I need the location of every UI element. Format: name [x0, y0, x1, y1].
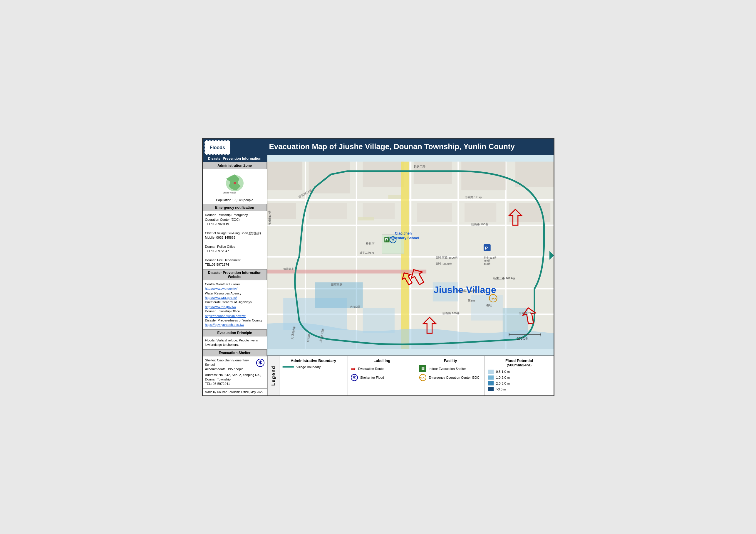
dpyl-link[interactable]: https://dpyl.yuntech.edu.tw/ [205, 323, 264, 327]
evacuation-principle-header: Evacuation Principle [203, 329, 267, 337]
floods-tab: Floods [204, 140, 230, 155]
flood-swatch-10 [488, 375, 494, 380]
flood-label-10: 1.0-2.0 m [496, 376, 509, 379]
svg-text:EOC: EOC [491, 297, 497, 300]
website-4: Dounan Township Officehttps://dounan.yun… [205, 309, 264, 318]
legend-label: Legend [267, 356, 279, 395]
svg-rect-20 [515, 162, 554, 187]
legend-eoc: EOC Emergency Operation Center, EOC [419, 374, 482, 381]
contact-4: Dounan Fire DepartmentTEL:05-5972374 [205, 258, 264, 267]
flood-swatch-20 [488, 381, 494, 386]
thb-link[interactable]: http://www.thb.gov.tw/ [205, 305, 264, 309]
village-boundary-line [283, 367, 294, 368]
eoc-icon: EOC [419, 374, 426, 381]
evac-shelter-label: Evacuation Shelter [219, 351, 250, 355]
emergency-label: Emergency notification [215, 206, 254, 210]
legend-village-boundary: Village Boundary [283, 365, 345, 369]
svg-text:新生 2800巷: 新生 2800巷 [436, 262, 452, 266]
website-label: Disaster Prevention Information Website [208, 271, 261, 279]
svg-text:新生三路 2029巷: 新生三路 2029巷 [493, 276, 515, 280]
svg-text:489巷: 489巷 [483, 260, 490, 263]
website-2: Water Resources Agencyhttp://www.wra.gov… [205, 291, 264, 300]
svg-text:443巷: 443巷 [483, 263, 490, 266]
svg-text:信義路 141巷: 信義路 141巷 [464, 195, 482, 199]
emergency-contacts-block: Dounan Township EmergencyOperation Cente… [203, 211, 267, 269]
svg-rect-24 [417, 203, 452, 222]
cwb-link[interactable]: http://www.cwb.gov.tw/ [205, 287, 264, 291]
svg-text:長安二路: 長安二路 [414, 165, 425, 168]
svg-rect-21 [267, 203, 296, 219]
sidebar: Disaster Prevention Information Administ… [203, 155, 267, 395]
websites-block: Central Weather Bureauhttp://www.cwb.gov… [203, 280, 267, 329]
wra-link[interactable]: http://www.wra.gov.tw/ [205, 295, 264, 300]
svg-rect-25 [464, 203, 496, 222]
sidebar-admin-zone-header: Administration Zone [203, 162, 267, 169]
admin-boundary-header: Administrative Boundary [283, 358, 345, 363]
website-header: Disaster Prevention Information Website [203, 269, 267, 280]
shelter-address: Address: No. 642, Sec. 2, Yanping Rd., D… [205, 373, 264, 382]
page-title: Evacuation Map of Jiushe Village, Dounan… [230, 139, 554, 155]
contact-3: Dounan Police OfficeTEL:05-5972047 [205, 244, 264, 254]
shelter-flood-label: Shelter for Flood [360, 376, 384, 379]
svg-rect-15 [267, 162, 302, 190]
svg-text:義社: 義社 [486, 304, 492, 307]
evac-principle-text: Floods: Vertical refuge. People live in … [205, 338, 264, 347]
evac-principle-label: Evacuation Principle [217, 331, 252, 335]
svg-text:P: P [485, 246, 488, 251]
shelter-name: Shelter: Ciao Jhen Elementary School [205, 358, 255, 367]
village-boundary-label: Village Boundary [296, 365, 321, 369]
legend-col-flood: Flood Potential(500mm/24hr) 0.5-1.0 m 1.… [485, 356, 553, 395]
svg-text:水: 水 [391, 238, 395, 242]
svg-rect-27 [401, 162, 409, 349]
svg-text:信義路 271巷: 信義路 271巷 [518, 312, 536, 315]
dounan-link[interactable]: https://dounan.yunlin.gov.tw/ [205, 314, 264, 318]
flood-label-30: >3.0 m [496, 388, 506, 391]
map-area: 囧 水 P EOC 義社 [267, 155, 554, 395]
legend-area: Legend Administrative Boundary Village B… [267, 356, 554, 395]
sidebar-section1-header: Disaster Prevention Information [203, 155, 267, 162]
map-container: 囧 水 P EOC 義社 [267, 155, 554, 356]
svg-rect-22 [309, 203, 347, 219]
svg-rect-31 [363, 308, 394, 334]
flood-label-20: 2.0-3.0 m [496, 382, 509, 385]
svg-text:200公尺: 200公尺 [517, 337, 528, 340]
svg-rect-32 [433, 282, 458, 301]
website-5: Disaster Preparedness of Yunlin Countyht… [205, 318, 264, 327]
legend-flood-05: 0.5-1.0 m [488, 369, 550, 374]
svg-rect-30 [315, 282, 363, 308]
evacuation-route-label: Evacuation Route [358, 367, 384, 370]
svg-text:春賢街: 春賢街 [366, 242, 375, 245]
admin-zone-map-icon: Jiushe Village [220, 171, 250, 195]
made-by: Made by Dounan Township Office, May 2022 [203, 388, 267, 395]
svg-text:誠孚二路576: 誠孚二路576 [359, 252, 374, 255]
svg-text:信義路 186巷: 信義路 186巷 [471, 222, 488, 226]
contact-2: Chief of Village: Yu-Ping Shen,(沈郁評)Mobi… [205, 231, 264, 240]
flood-swatch-05 [488, 369, 494, 374]
svg-text:信義路 242巷: 信義路 242巷 [458, 289, 475, 292]
legend-indoor-shelter: 囧 Indoor Evacuation Shelter [419, 365, 482, 372]
flood-label-05: 0.5-1.0 m [496, 370, 509, 373]
facility-header: Facility [419, 358, 482, 363]
svg-text:新生 513巷: 新生 513巷 [483, 256, 496, 259]
svg-rect-23 [363, 203, 394, 219]
svg-point-2 [233, 182, 236, 184]
header: Floods Evacuation Map of Jiushe Village,… [203, 139, 554, 155]
svg-text:Jiushe Village: Jiushe Village [223, 192, 236, 194]
website-1: Central Weather Bureauhttp://www.cwb.gov… [205, 282, 264, 291]
water-icon: 水 [256, 359, 264, 367]
main-content: Disaster Prevention Information Administ… [203, 155, 554, 395]
legend-text: Legend [271, 366, 276, 386]
indoor-shelter-label: Indoor Evacuation Shelter [429, 367, 466, 370]
shelter-block: Shelter: Ciao Jhen Elementary School Acc… [203, 356, 267, 388]
flood-swatch-30 [488, 387, 494, 391]
labelling-header: Labelling [351, 358, 413, 363]
shelter-flood-icon: 水 [351, 374, 358, 381]
tab-label: Floods [210, 145, 225, 150]
website-3: Directorate General of Highwayshttp://ww… [205, 300, 264, 309]
legend-flood-10: 1.0-2.0 m [488, 375, 550, 380]
svg-rect-17 [363, 162, 404, 187]
outer-frame: Floods Evacuation Map of Jiushe Village,… [202, 138, 554, 396]
legend-columns: Administrative Boundary Village Boundary… [279, 356, 554, 395]
eoc-label: Emergency Operation Center, EOC [429, 376, 479, 379]
svg-text:礦石三路: 礦石三路 [331, 283, 342, 286]
